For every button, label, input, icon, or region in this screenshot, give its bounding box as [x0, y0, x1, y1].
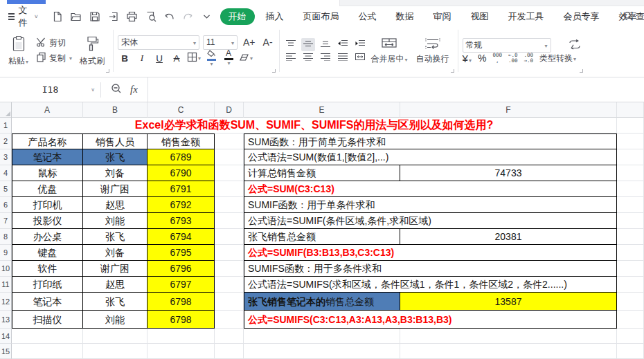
cell[interactable] — [617, 134, 644, 149]
cell[interactable]: 公式=SUM(C3:C13) — [244, 181, 617, 197]
search-button[interactable]: 查找 — [623, 10, 644, 23]
cell[interactable] — [617, 329, 644, 344]
cell[interactable] — [215, 344, 244, 359]
row-header-5[interactable]: 5 — [0, 181, 12, 197]
format-painter-button[interactable]: 格式刷 — [75, 35, 109, 67]
cell[interactable] — [215, 329, 244, 344]
cell[interactable]: 扫描仪 — [12, 311, 83, 329]
row-header-11[interactable]: 11 — [0, 277, 12, 293]
col-header-partial[interactable] — [617, 102, 644, 118]
cell[interactable] — [147, 329, 215, 344]
menu-tab-member[interactable]: 会员专享 — [555, 8, 608, 25]
paste-button[interactable]: 粘贴 — [4, 35, 33, 67]
col-header-A[interactable]: A — [12, 102, 83, 118]
menu-tab-page-layout[interactable]: 页面布局 — [295, 8, 348, 25]
menu-tab-insert[interactable]: 插入 — [258, 8, 292, 25]
align-bottom-button[interactable] — [319, 38, 332, 51]
cell[interactable] — [12, 329, 83, 344]
cell[interactable]: 销售金额 — [147, 134, 215, 149]
menu-tab-home[interactable]: 开始 — [220, 8, 255, 25]
bold-button[interactable]: B — [118, 53, 132, 64]
dialog-launcher-icon[interactable] — [106, 69, 109, 73]
menu-tab-dev-tools[interactable]: 开发工具 — [500, 8, 553, 25]
cell[interactable]: 74733 — [400, 165, 617, 181]
dialog-launcher-icon[interactable] — [580, 69, 583, 73]
row-header-12[interactable]: 12 — [0, 293, 12, 311]
cell[interactable] — [215, 134, 244, 149]
cell[interactable]: 笔记本 — [12, 149, 83, 165]
cell[interactable]: 打印纸 — [12, 277, 83, 293]
align-left-button[interactable] — [284, 51, 298, 64]
cell[interactable]: 谢广困 — [83, 261, 147, 277]
distributed-button[interactable] — [353, 51, 367, 64]
cell[interactable] — [244, 329, 400, 344]
cell[interactable] — [83, 344, 147, 359]
cell[interactable]: 6797 — [147, 277, 215, 293]
increase-indent-button[interactable] — [353, 38, 367, 51]
cell[interactable]: 计算总销售金额 — [244, 165, 400, 181]
cell[interactable] — [617, 149, 644, 165]
cell[interactable] — [215, 245, 244, 261]
underline-button[interactable]: U — [152, 53, 166, 64]
menu-tab-formulas[interactable]: 公式 — [350, 8, 385, 25]
cell[interactable] — [617, 261, 644, 277]
cell[interactable]: 6798 — [147, 311, 215, 329]
row-header-7[interactable]: 7 — [0, 213, 12, 229]
align-top-button[interactable] — [284, 38, 298, 51]
row-header-13[interactable]: 13 — [0, 311, 12, 329]
cell[interactable] — [244, 344, 400, 359]
cell[interactable]: 6794 — [147, 229, 215, 245]
cell[interactable] — [617, 118, 644, 134]
zoom-formula-icon[interactable] — [111, 83, 122, 97]
select-all-corner[interactable] — [0, 102, 12, 118]
cell[interactable]: 6796 — [147, 261, 215, 277]
cell[interactable]: SUM函数：用于简单无条件求和 — [244, 134, 617, 149]
more-icon[interactable] — [201, 10, 213, 23]
wrap-text-button[interactable]: 自动换行 — [412, 37, 454, 65]
row-header-4[interactable]: 4 — [0, 165, 12, 181]
cell[interactable]: 6795 — [147, 245, 215, 261]
cell[interactable]: 刘备 — [83, 165, 147, 181]
cell[interactable]: 产品名称 — [12, 134, 83, 149]
cell[interactable]: 张飞 — [83, 229, 147, 245]
cell[interactable] — [617, 213, 644, 229]
cell[interactable]: 6792 — [147, 197, 215, 213]
cell[interactable]: 赵思 — [83, 197, 147, 213]
cell[interactable]: 谢广困 — [83, 181, 147, 197]
print-icon[interactable] — [126, 10, 138, 23]
number-format-select[interactable]: 常规 — [463, 38, 551, 53]
cell[interactable]: 公式语法=SUMIF(条件区域,条件,求和区域) — [244, 213, 617, 229]
justify-button[interactable] — [336, 51, 350, 64]
col-header-D[interactable]: D — [215, 102, 244, 118]
cell[interactable] — [215, 261, 244, 277]
align-middle-button[interactable] — [301, 38, 315, 51]
cell[interactable] — [83, 329, 147, 344]
thousands-separator-button[interactable]: 000 , — [492, 53, 502, 64]
cell[interactable]: 6798 — [147, 293, 215, 311]
cell[interactable] — [215, 165, 244, 181]
eraser-button[interactable] — [239, 53, 253, 64]
insert-function-button[interactable]: fx — [130, 84, 138, 95]
font-color-button[interactable]: A — [222, 50, 235, 66]
cell[interactable] — [215, 181, 244, 197]
row-header-8[interactable]: 8 — [0, 229, 12, 245]
cell[interactable] — [12, 344, 83, 359]
borders-button[interactable] — [187, 52, 201, 64]
open-folder-icon[interactable] — [70, 10, 82, 23]
decrease-indent-button[interactable] — [336, 38, 350, 51]
row-header-1[interactable]: 1 — [0, 118, 12, 134]
undo-icon[interactable] — [163, 10, 176, 23]
row-header-6[interactable]: 6 — [0, 197, 12, 213]
cell[interactable] — [617, 277, 644, 293]
shrink-font-button[interactable]: A- — [261, 37, 275, 48]
cell[interactable]: 张飞 — [83, 293, 147, 311]
cell[interactable] — [215, 213, 244, 229]
strikethrough-button[interactable]: A — [170, 53, 184, 64]
cell[interactable]: 6791 — [147, 181, 215, 197]
print-preview-icon[interactable] — [145, 10, 157, 23]
fill-color-button[interactable] — [204, 50, 218, 67]
cell[interactable]: 13587 — [400, 293, 617, 311]
row-header-2[interactable]: 2 — [0, 134, 12, 149]
cell[interactable] — [215, 277, 244, 293]
cell[interactable]: 鼠标 — [12, 165, 83, 181]
